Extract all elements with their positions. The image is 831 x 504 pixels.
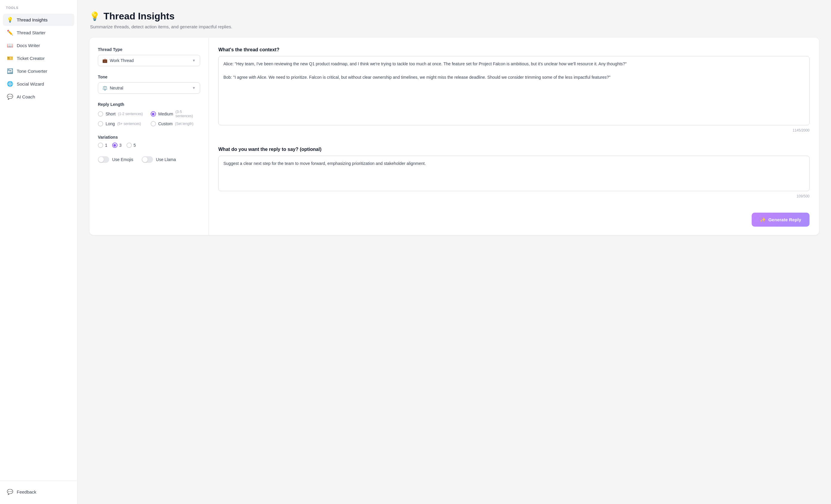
use-llama-track (142, 156, 153, 163)
sidebar: TOOLS 💡 Thread Insights ✏️ Thread Starte… (0, 0, 78, 504)
tone-select[interactable]: ⚖️ Neutral ▼ (98, 82, 200, 94)
chevron-down-icon: ▼ (192, 58, 196, 63)
sparkle-icon: ✨ (760, 217, 766, 223)
sidebar-item-label: Docs Writer (17, 43, 40, 48)
tone-icon: ⚖️ (102, 86, 107, 90)
sidebar-item-label: Thread Starter (17, 30, 46, 35)
radio-short[interactable]: Short (1-2 sentences) (98, 110, 148, 118)
reply-label: What do you want the reply to say? (opti… (218, 147, 809, 152)
sidebar-item-ticket-creator[interactable]: 🎫 Ticket Creator (3, 52, 74, 64)
page-subtitle: Summarize threads, detect action items, … (90, 24, 819, 29)
reply-char-count: 109/500 (218, 194, 809, 198)
sidebar-item-feedback[interactable]: 💬 Feedback (3, 486, 74, 498)
sidebar-item-ai-coach[interactable]: 💬 AI Coach (3, 91, 74, 103)
context-textarea-wrapper (218, 56, 809, 126)
thread-type-icon: 💼 (102, 58, 107, 63)
thread-starter-icon: ✏️ (6, 30, 13, 36)
sidebar-item-label: Thread Insights (17, 17, 48, 22)
chevron-down-icon: ▼ (192, 86, 196, 90)
thread-type-value: Work Thread (110, 58, 134, 63)
reply-length-group: Reply Length Short (1-2 sentences) Mediu… (98, 102, 200, 126)
reply-textarea[interactable] (218, 156, 809, 191)
feedback-icon: 💬 (6, 489, 13, 495)
tools-label: TOOLS (0, 0, 77, 12)
var-circle-3 (112, 143, 117, 148)
social-wizard-icon: 🌐 (6, 81, 13, 87)
thread-type-select-wrapper: 💼 Work Thread ▼ (98, 55, 200, 66)
sidebar-item-label: AI Coach (17, 94, 35, 99)
tone-label: Tone (98, 75, 200, 79)
sidebar-item-label: Ticket Creator (17, 56, 45, 61)
thread-type-group: Thread Type 💼 Work Thread ▼ (98, 47, 200, 66)
sidebar-item-social-wizard[interactable]: 🌐 Social Wizard (3, 78, 74, 90)
use-llama-toggle[interactable]: Use Llama (142, 156, 176, 163)
variation-1[interactable]: 1 (98, 143, 107, 148)
docs-writer-icon: 📖 (6, 42, 13, 49)
tone-select-wrapper: ⚖️ Neutral ▼ (98, 82, 200, 94)
use-llama-label: Use Llama (156, 157, 176, 162)
card-right-panel: What's the thread context? 1145/2000 Wha… (209, 37, 819, 235)
use-emojis-track (98, 156, 109, 163)
sidebar-item-thread-starter[interactable]: ✏️ Thread Starter (3, 27, 74, 39)
radio-circle-custom (151, 121, 156, 126)
variations-options: 1 3 5 (98, 143, 200, 148)
page-title-icon: 💡 (89, 11, 100, 21)
main-content: 💡 Thread Insights Summarize threads, det… (78, 0, 831, 504)
tone-group: Tone ⚖️ Neutral ▼ (98, 75, 200, 94)
radio-medium[interactable]: Medium (3-5 sentences) (151, 110, 200, 118)
reply-textarea-wrapper (218, 156, 809, 192)
var-circle-1 (98, 143, 103, 148)
page-header: 💡 Thread Insights Summarize threads, det… (89, 11, 819, 29)
feedback-label: Feedback (17, 490, 36, 495)
page-title: Thread Insights (104, 11, 174, 22)
sidebar-item-thread-insights[interactable]: 💡 Thread Insights (3, 14, 74, 26)
use-emojis-toggle[interactable]: Use Emojis (98, 156, 133, 163)
radio-circle-medium (151, 111, 156, 117)
variations-group: Variations 1 3 5 (98, 135, 200, 148)
thread-type-select[interactable]: 💼 Work Thread ▼ (98, 55, 200, 66)
radio-circle-short (98, 111, 103, 117)
use-llama-thumb (142, 157, 148, 162)
main-card: Thread Type 💼 Work Thread ▼ Tone (89, 37, 819, 235)
reply-length-label: Reply Length (98, 102, 200, 107)
reply-length-options: Short (1-2 sentences) Medium (3-5 senten… (98, 110, 200, 126)
generate-reply-label: Generate Reply (768, 217, 801, 222)
card-left-panel: Thread Type 💼 Work Thread ▼ Tone (89, 37, 209, 235)
sidebar-item-tone-converter[interactable]: ↩️ Tone Converter (3, 65, 74, 77)
sidebar-bottom: 💬 Feedback (0, 481, 77, 504)
radio-circle-long (98, 121, 103, 126)
context-label: What's the thread context? (218, 47, 809, 53)
sidebar-item-docs-writer[interactable]: 📖 Docs Writer (3, 39, 74, 52)
reply-instruction-group: What do you want the reply to say? (opti… (218, 147, 809, 205)
variation-5[interactable]: 5 (126, 143, 136, 148)
thread-type-label: Thread Type (98, 47, 200, 52)
use-emojis-label: Use Emojis (112, 157, 133, 162)
context-group: What's the thread context? 1145/2000 (218, 47, 809, 138)
var-circle-5 (126, 143, 132, 148)
page-title-row: 💡 Thread Insights (89, 11, 819, 22)
sidebar-item-label: Social Wizard (17, 82, 44, 87)
radio-long[interactable]: Long (5+ sentences) (98, 121, 148, 126)
radio-custom[interactable]: Custom (Set length) (151, 121, 200, 126)
use-emojis-thumb (98, 157, 104, 162)
generate-btn-row: ✨ Generate Reply (218, 213, 809, 227)
generate-reply-button[interactable]: ✨ Generate Reply (752, 213, 809, 227)
variations-label: Variations (98, 135, 200, 140)
variation-3[interactable]: 3 (112, 143, 122, 148)
sidebar-nav: 💡 Thread Insights ✏️ Thread Starter 📖 Do… (0, 12, 77, 481)
context-textarea[interactable] (218, 56, 809, 125)
ai-coach-icon: 💬 (6, 94, 13, 100)
ticket-creator-icon: 🎫 (6, 55, 13, 61)
sidebar-item-label: Tone Converter (17, 68, 48, 73)
tone-converter-icon: ↩️ (6, 68, 13, 74)
toggles-row: Use Emojis Use Llama (98, 156, 200, 163)
tone-value: Neutral (110, 86, 123, 90)
context-char-count: 1145/2000 (218, 128, 809, 132)
thread-insights-icon: 💡 (6, 17, 13, 23)
